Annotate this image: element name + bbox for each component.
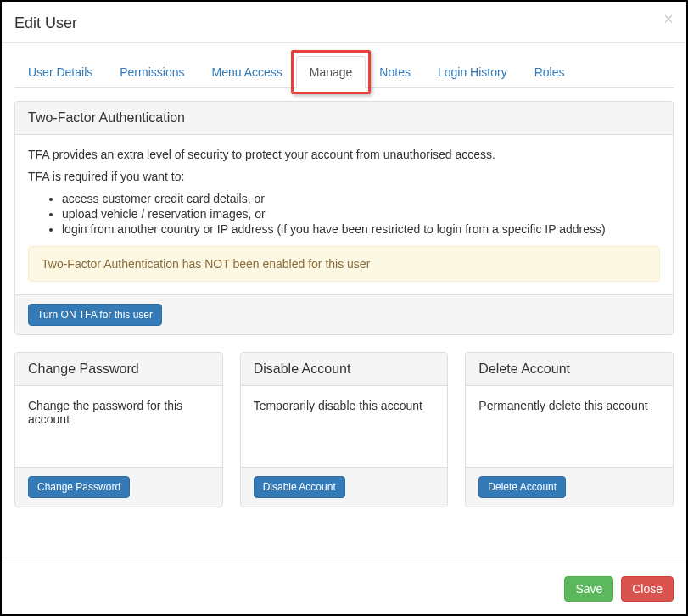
tab-menu-access[interactable]: Menu Access (199, 56, 296, 88)
delete-account-text: Permanently delete this account (478, 399, 647, 412)
delete-account-panel: Delete Account Permanently delete this a… (465, 352, 674, 507)
disable-account-panel: Disable Account Temporarily disable this… (240, 352, 449, 507)
tfa-panel-title: Two-Factor Authentication (28, 110, 660, 126)
tfa-bullet: access customer credit card details, or (62, 192, 660, 205)
delete-account-button[interactable]: Delete Account (478, 476, 566, 498)
tab-bar: User Details Permissions Menu Access Man… (14, 56, 674, 88)
tab-user-details[interactable]: User Details (14, 56, 106, 88)
tab-login-history[interactable]: Login History (424, 56, 521, 88)
tab-roles[interactable]: Roles (521, 56, 579, 88)
modal-title: Edit User (14, 14, 674, 32)
tfa-panel: Two-Factor Authentication TFA provides a… (14, 101, 674, 335)
tfa-required-intro: TFA is required if you want to: (28, 170, 660, 183)
close-icon[interactable]: × (663, 10, 674, 27)
tab-manage[interactable]: Manage (296, 56, 366, 88)
disable-account-button[interactable]: Disable Account (254, 476, 345, 498)
disable-account-text: Temporarily disable this account (254, 399, 422, 412)
change-password-text: Change the password for this account (28, 399, 182, 426)
tfa-warning-alert: Two-Factor Authentication has NOT been e… (28, 246, 660, 282)
change-password-title: Change Password (28, 361, 210, 377)
turn-on-tfa-button[interactable]: Turn ON TFA for this user (28, 304, 162, 326)
close-button[interactable]: Close (621, 576, 674, 602)
save-button[interactable]: Save (564, 576, 613, 602)
tfa-bullet: upload vehicle / reservation images, or (62, 207, 660, 221)
tfa-bullet: login from another country or IP address… (62, 222, 660, 236)
tab-permissions[interactable]: Permissions (106, 56, 198, 88)
change-password-panel: Change Password Change the password for … (14, 352, 223, 507)
tfa-intro-text: TFA provides an extra level of security … (28, 148, 660, 161)
disable-account-title: Disable Account (254, 361, 435, 377)
tfa-bullet-list: access customer credit card details, or … (28, 192, 660, 236)
tab-notes[interactable]: Notes (366, 56, 424, 88)
delete-account-title: Delete Account (478, 361, 660, 377)
change-password-button[interactable]: Change Password (28, 476, 130, 498)
